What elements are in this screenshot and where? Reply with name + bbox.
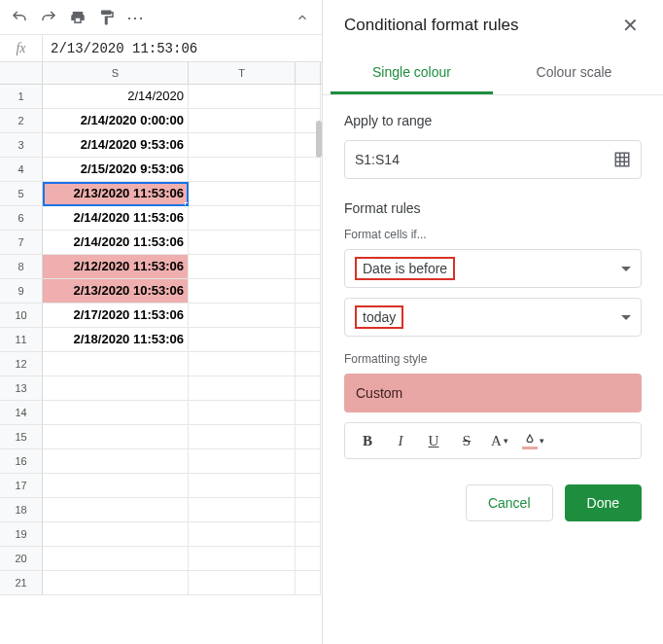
tab-single-colour[interactable]: Single colour — [331, 53, 493, 94]
more-icon[interactable]: ⋯ — [122, 4, 150, 31]
cell[interactable] — [189, 109, 296, 133]
row-header[interactable]: 11 — [0, 328, 43, 352]
cell[interactable] — [296, 182, 321, 206]
cell[interactable] — [189, 328, 296, 352]
range-input[interactable]: S1:S14 — [344, 140, 642, 179]
cell[interactable] — [189, 133, 296, 158]
cell[interactable]: 2/14/2020 — [43, 85, 189, 109]
cell[interactable] — [43, 401, 189, 425]
cell[interactable] — [189, 547, 296, 571]
cell[interactable]: 2/15/2020 9:53:06 — [43, 158, 189, 182]
cell[interactable] — [189, 449, 296, 474]
cell[interactable] — [43, 498, 189, 522]
row-header[interactable]: 8 — [0, 255, 43, 279]
cell[interactable] — [296, 449, 321, 474]
cell[interactable] — [296, 522, 321, 547]
cell[interactable] — [296, 352, 321, 376]
cell[interactable] — [296, 376, 321, 401]
underline-button[interactable]: U — [419, 426, 448, 455]
cell[interactable] — [189, 352, 296, 376]
cell[interactable] — [189, 158, 296, 182]
cell[interactable]: 2/14/2020 9:53:06 — [43, 133, 189, 158]
cell[interactable] — [189, 85, 296, 109]
cell[interactable] — [43, 425, 189, 449]
row-header[interactable]: 3 — [0, 133, 43, 158]
fill-color-button[interactable]: ▾ — [518, 426, 547, 455]
cell[interactable] — [296, 401, 321, 425]
cell[interactable] — [189, 425, 296, 449]
cell[interactable] — [43, 449, 189, 474]
cell[interactable] — [189, 474, 296, 498]
row-header[interactable]: 10 — [0, 304, 43, 328]
cell[interactable] — [296, 279, 321, 304]
collapse-icon[interactable] — [289, 4, 316, 31]
tab-colour-scale[interactable]: Colour scale — [493, 53, 655, 94]
row-header[interactable]: 14 — [0, 401, 43, 425]
cell[interactable] — [43, 522, 189, 547]
column-header-t[interactable]: T — [189, 62, 296, 84]
row-header[interactable]: 13 — [0, 376, 43, 401]
condition-select[interactable]: Date is before — [344, 249, 642, 288]
column-header-u[interactable] — [296, 62, 321, 84]
cell[interactable] — [296, 304, 321, 328]
cell[interactable] — [296, 425, 321, 449]
cell[interactable] — [43, 376, 189, 401]
bold-button[interactable]: B — [353, 426, 382, 455]
cell[interactable] — [189, 498, 296, 522]
cell[interactable]: 2/18/2020 11:53:06 — [43, 328, 189, 352]
cell[interactable] — [296, 85, 321, 109]
cell[interactable]: 2/17/2020 11:53:06 — [43, 304, 189, 328]
scrollbar-thumb[interactable] — [316, 121, 322, 158]
cell[interactable] — [43, 352, 189, 376]
cell[interactable] — [189, 571, 296, 595]
row-header[interactable]: 4 — [0, 158, 43, 182]
cell[interactable] — [189, 522, 296, 547]
cell[interactable]: 2/14/2020 0:00:00 — [43, 109, 189, 133]
cell[interactable] — [296, 255, 321, 279]
italic-button[interactable]: I — [386, 426, 415, 455]
row-header[interactable]: 7 — [0, 231, 43, 255]
cell[interactable]: 2/14/2020 11:53:06 — [43, 231, 189, 255]
row-header[interactable]: 19 — [0, 522, 43, 547]
text-color-button[interactable]: A▾ — [485, 426, 514, 455]
condition-arg-select[interactable]: today — [344, 298, 642, 337]
row-header[interactable]: 20 — [0, 547, 43, 571]
cell[interactable] — [43, 571, 189, 595]
cell[interactable] — [189, 182, 296, 206]
style-preview[interactable]: Custom — [344, 374, 642, 412]
cell[interactable] — [189, 304, 296, 328]
close-icon[interactable]: ✕ — [618, 14, 642, 37]
cell[interactable]: 2/13/2020 11:53:06 — [43, 182, 189, 206]
cell[interactable] — [189, 206, 296, 231]
cell[interactable]: 2/14/2020 11:53:06 — [43, 206, 189, 231]
column-header-s[interactable]: S — [43, 62, 189, 84]
redo-icon[interactable] — [35, 4, 62, 31]
undo-icon[interactable] — [6, 4, 33, 31]
formula-value[interactable]: 2/13/2020 11:53:06 — [43, 41, 205, 56]
cell[interactable] — [43, 474, 189, 498]
cell[interactable] — [296, 474, 321, 498]
cell[interactable] — [189, 255, 296, 279]
paint-format-icon[interactable] — [93, 4, 121, 31]
cancel-button[interactable]: Cancel — [466, 484, 553, 521]
row-header[interactable]: 15 — [0, 425, 43, 449]
cell[interactable] — [296, 328, 321, 352]
selection-handle[interactable] — [185, 202, 189, 206]
done-button[interactable]: Done — [565, 484, 642, 521]
row-header[interactable]: 17 — [0, 474, 43, 498]
row-header[interactable]: 16 — [0, 449, 43, 474]
row-header[interactable]: 1 — [0, 85, 43, 109]
cell[interactable] — [189, 231, 296, 255]
cell[interactable] — [296, 571, 321, 595]
row-header[interactable]: 21 — [0, 571, 43, 595]
cell[interactable] — [296, 158, 321, 182]
cell[interactable] — [296, 498, 321, 522]
cell[interactable] — [296, 231, 321, 255]
cell[interactable] — [189, 279, 296, 304]
row-header[interactable]: 2 — [0, 109, 43, 133]
row-header[interactable]: 12 — [0, 352, 43, 376]
print-icon[interactable] — [64, 4, 91, 31]
row-header[interactable]: 9 — [0, 279, 43, 304]
cell[interactable] — [43, 547, 189, 571]
cell[interactable] — [296, 547, 321, 571]
